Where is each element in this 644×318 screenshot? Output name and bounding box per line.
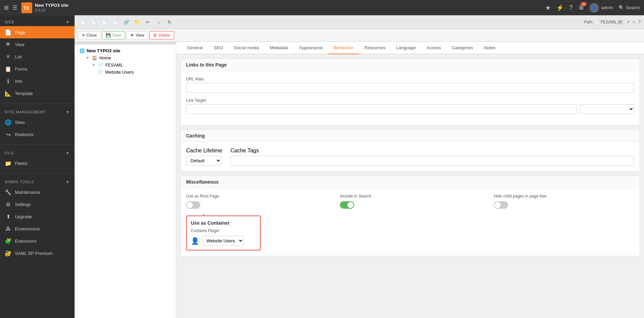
tree-fesaml-icon: 📄 (98, 62, 103, 68)
link-icon[interactable]: 🔗 (121, 17, 131, 27)
sites-icon: 🌐 (5, 119, 12, 126)
tab-notes[interactable]: Notes (479, 42, 501, 54)
tab-social-media[interactable]: Social media (228, 42, 264, 54)
cache-tags-input[interactable] (230, 156, 634, 166)
sidebar-section-site-mgmt-toggle[interactable]: ▼ (66, 110, 70, 114)
sidebar-item-redirects[interactable]: ↪ Redirects (0, 128, 75, 141)
container-title: Use as Container (191, 220, 256, 226)
cache-lifetime-label: Cache Lifetime (186, 148, 222, 153)
sidebar-item-settings[interactable]: ⚙ Settings (0, 198, 75, 210)
field-hide-child-pages: Hide child pages in page tree (494, 194, 634, 209)
sidebar-item-forms-label: Forms (15, 67, 27, 72)
sidebar: WEB ▼ 📄 Page 👁 View ≡ List 📋 Forms ℹ In (0, 15, 75, 318)
filter-icon[interactable]: ⬦ (154, 17, 163, 27)
search-button[interactable]: 🔍 Search (619, 5, 640, 10)
edit-icon[interactable]: 📄 (110, 17, 120, 27)
menu-icon[interactable]: ☰ (13, 4, 17, 11)
include-in-search-toggle[interactable] (340, 201, 354, 209)
close-icon: ✕ (82, 33, 85, 38)
site-logo: T3 New TYPO3 site 9.5.23 (21, 2, 68, 13)
typo3-logo-icon: T3 (21, 2, 32, 13)
tree-item-website-users[interactable]: 📄 Website Users (96, 69, 173, 76)
sidebar-item-forms[interactable]: 📋 Forms (0, 63, 75, 75)
sidebar-item-saml[interactable]: 🔐 SAML SP Premium (0, 247, 75, 259)
use-as-root-toggle[interactable] (186, 201, 200, 209)
plugin-user-icon: 👤 (191, 237, 199, 245)
section-miscellaneous-body: Use as Root Page Include in Search (181, 188, 640, 256)
new-page-alt-icon[interactable]: 📄 (89, 17, 98, 27)
main-layout: WEB ▼ 📄 Page 👁 View ≡ List 📋 Forms ℹ In (0, 15, 644, 318)
tab-access[interactable]: Access (421, 42, 446, 54)
section-container: Use as Container Contains Plugin 👤 Websi… (186, 216, 261, 250)
url-alias-input[interactable] (186, 83, 634, 93)
field-use-as-root: Use as Root Page (186, 194, 326, 209)
notification-icon[interactable]: 🖥 32 (578, 4, 584, 11)
field-cache-tags: Cache Tags (230, 148, 634, 166)
sidebar-item-view[interactable]: 👁 View (0, 38, 75, 51)
bolt-icon[interactable]: ⚡ (556, 4, 564, 12)
hide-child-pages-toggle[interactable] (494, 201, 508, 209)
close-button[interactable]: ✕ Close (78, 31, 101, 39)
help-icon[interactable]: ? (569, 4, 572, 11)
sidebar-item-template[interactable]: 📐 Template (0, 87, 75, 99)
folder-icon[interactable]: 📁 (132, 17, 142, 27)
cache-lifetime-select[interactable]: Default No caching 1 hour 6 hours 1 day … (186, 156, 221, 166)
sub-toolbar: 📄 📄 📄 📄 🔗 📁 ✂ ⬦ ↻ Path: 📄 FESAML [8] ↗ ☆… (75, 15, 644, 29)
sidebar-section-site-mgmt-label: SITE MANAGEMENT (5, 110, 46, 114)
contains-plugin-select[interactable]: Website Users None (202, 236, 244, 246)
sidebar-item-maintenance[interactable]: 🔧 Maintenance (0, 186, 75, 198)
sidebar-section-file: FILE ▼ 📁 Filelist (0, 146, 75, 172)
sidebar-section-file-toggle[interactable]: ▼ (66, 151, 70, 155)
save-button[interactable]: 💾 Save (102, 31, 125, 39)
move-icon[interactable]: ✂ (143, 17, 153, 27)
tab-categories[interactable]: Categories (446, 42, 479, 54)
sidebar-item-list[interactable]: ≡ List (0, 51, 75, 63)
link-target-dropdown[interactable]: _blank _self _top (580, 104, 634, 114)
sidebar-item-environment-label: Environment (15, 226, 40, 231)
grid-icon[interactable]: ⊞ (4, 4, 8, 11)
path-external-icon[interactable]: ↗ (626, 20, 630, 24)
tree-root-icon: 🌐 (79, 48, 85, 53)
tree-children-fesaml: 📄 Website Users (89, 69, 173, 76)
sidebar-item-filelist[interactable]: 📁 Filelist (0, 157, 75, 169)
tree-item-root[interactable]: 🌐 New TYPO3 site (77, 47, 173, 54)
refresh-icon[interactable]: ↻ (165, 17, 174, 27)
path-help-icon[interactable]: ? (638, 20, 641, 24)
link-target-input[interactable] (186, 104, 577, 114)
avatar: 👤 (589, 3, 599, 13)
new-page-icon[interactable]: 📄 (78, 17, 87, 27)
tab-seo[interactable]: SEO (208, 42, 228, 54)
sidebar-section-admin-header: ADMIN TOOLS ▼ (0, 178, 75, 186)
environment-icon: 🖧 (5, 225, 12, 232)
sidebar-item-environment[interactable]: 🖧 Environment (0, 223, 75, 235)
view-button[interactable]: 👁 View (126, 31, 148, 39)
tab-appearance[interactable]: Appearance (294, 42, 328, 54)
page-icon: 📄 (5, 29, 12, 36)
tab-resources[interactable]: Resources (359, 42, 391, 54)
tab-behaviour[interactable]: Behaviour (328, 42, 359, 54)
tree-website-users-icon: 📄 (98, 70, 103, 75)
sidebar-item-info[interactable]: ℹ Info (0, 75, 75, 87)
sidebar-item-sites[interactable]: 🌐 Sites (0, 116, 75, 128)
path-star-icon[interactable]: ☆ (632, 20, 636, 24)
list-icon: ≡ (5, 53, 12, 60)
template-icon: 📐 (5, 90, 12, 97)
sidebar-section-web: WEB ▼ 📄 Page 👁 View ≡ List 📋 Forms ℹ In (0, 15, 75, 102)
star-icon[interactable]: ★ (545, 4, 551, 12)
sidebar-item-page[interactable]: 📄 Page (0, 26, 75, 38)
redirects-icon: ↪ (5, 131, 12, 138)
tab-language[interactable]: Language (391, 42, 421, 54)
sidebar-section-web-toggle[interactable]: ▼ (66, 20, 70, 24)
cache-tags-label: Cache Tags (230, 148, 259, 153)
page-properties-icon[interactable]: 📄 (100, 17, 109, 27)
tree-item-fesaml[interactable]: ▼ 📄 FESAML (89, 61, 173, 69)
tree-item-home[interactable]: ▼ 🏠 Home (83, 54, 173, 61)
tab-metadata[interactable]: Metadata (264, 42, 294, 54)
user-menu[interactable]: 👤 admin (589, 3, 613, 13)
sidebar-section-admin-toggle[interactable]: ▼ (66, 180, 70, 184)
upgrade-icon: ⬆ (5, 213, 12, 220)
sidebar-item-upgrade[interactable]: ⬆ Upgrade (0, 210, 75, 223)
delete-button[interactable]: 🗑 Delete (149, 31, 174, 39)
sidebar-item-extensions[interactable]: 🧩 Extensions (0, 235, 75, 247)
tab-general[interactable]: General (182, 42, 208, 54)
